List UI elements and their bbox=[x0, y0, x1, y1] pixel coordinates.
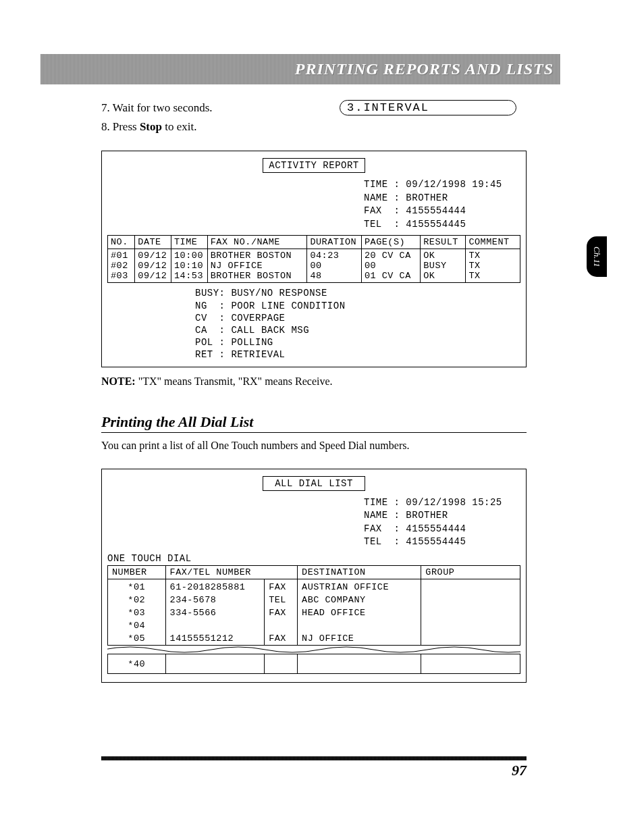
lcd-display: 3.INTERVAL bbox=[340, 100, 516, 115]
activity-report-meta: TIME : 09/12/1998 19:45 NAME : BROTHER F… bbox=[364, 178, 520, 231]
section-desc-all-dial: You can print a list of all One Touch nu… bbox=[101, 440, 527, 452]
chapter-header-title: PRINTING REPORTS AND LISTS bbox=[295, 60, 554, 78]
all-dial-title: ALL DIAL LIST bbox=[263, 476, 365, 491]
table-row: *04 bbox=[108, 619, 520, 632]
table-row: *40 bbox=[108, 654, 520, 673]
page-footer: 97 bbox=[101, 756, 527, 779]
instruction-step-8: 8.Press Stop to exit. bbox=[101, 120, 527, 134]
col-faxname: FAX NO./NAME bbox=[207, 236, 307, 249]
col-no: NO. bbox=[108, 236, 135, 249]
chapter-header-band: PRINTING REPORTS AND LISTS bbox=[41, 54, 560, 84]
one-touch-dial-label: ONE TOUCH DIAL bbox=[107, 553, 520, 564]
table-row: *03 334-5566 FAX HEAD OFFICE bbox=[108, 606, 520, 619]
page-number: 97 bbox=[101, 762, 527, 779]
footer-rule bbox=[101, 756, 527, 760]
section-heading-all-dial: Printing the All Dial List bbox=[101, 413, 527, 433]
col-comment: COMMENT bbox=[466, 236, 520, 249]
activity-report-title: ACTIVITY REPORT bbox=[263, 158, 365, 173]
table-row: *05 14155551212 FAX NJ OFFICE bbox=[108, 632, 520, 646]
col-time: TIME bbox=[171, 236, 207, 249]
col-date: DATE bbox=[135, 236, 171, 249]
activity-report-table: NO. DATE TIME FAX NO./NAME DURATION PAGE… bbox=[107, 235, 520, 283]
chapter-tab: Ch.11 bbox=[587, 236, 607, 277]
col-number: NUMBER bbox=[108, 565, 166, 579]
col-faxtelnum: FAX/TEL NUMBER bbox=[165, 565, 298, 579]
activity-report-legend: BUSY: BUSY/NO RESPONSE NG : POOR LINE CO… bbox=[195, 287, 520, 361]
table-row: *02 234-5678 TEL ABC COMPANY bbox=[108, 594, 520, 606]
col-destination: DESTINATION bbox=[298, 565, 421, 579]
col-duration: DURATION bbox=[307, 236, 362, 249]
col-pages: PAGE(S) bbox=[361, 236, 420, 249]
all-dial-table: NUMBER FAX/TEL NUMBER DESTINATION GROUP … bbox=[107, 565, 520, 646]
torn-edge-icon bbox=[107, 646, 520, 654]
table-row: *01 61-2018285881 FAX AUSTRIAN OFFICE bbox=[108, 579, 520, 594]
all-dial-meta: TIME : 09/12/1998 15:25 NAME : BROTHER F… bbox=[364, 496, 520, 549]
activity-report-box: ACTIVITY REPORT TIME : 09/12/1998 19:45 … bbox=[101, 151, 527, 367]
all-dial-list-box: ALL DIAL LIST TIME : 09/12/1998 15:25 NA… bbox=[101, 469, 527, 683]
note-text: NOTE: "TX" means Transmit, "RX" means Re… bbox=[101, 375, 527, 388]
col-result: RESULT bbox=[421, 236, 466, 249]
col-group: GROUP bbox=[421, 565, 520, 579]
all-dial-table-cont: *40 bbox=[107, 654, 520, 674]
